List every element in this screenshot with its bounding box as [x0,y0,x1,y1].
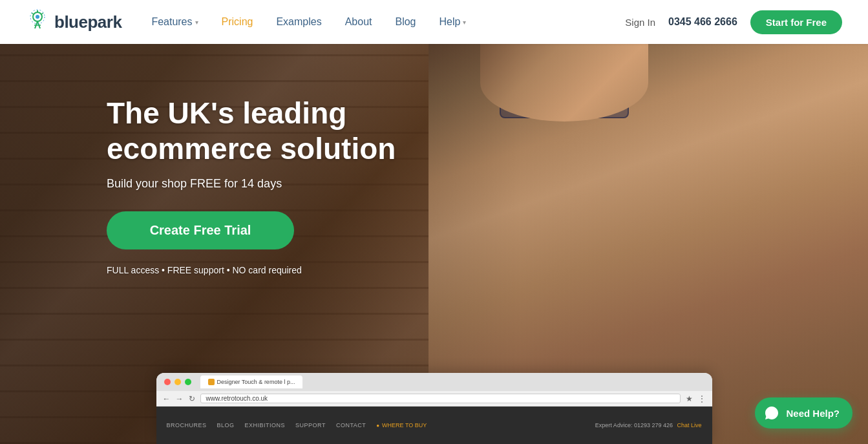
svg-point-4 [36,15,39,19]
chat-widget[interactable]: Need Help? [755,397,852,428]
nav-right: Sign In 0345 466 2666 Start for Free [625,10,842,34]
hero-features: FULL access • FREE support • NO card req… [107,265,868,275]
site-nav-support: SUPPORT [295,422,326,428]
browser-star-button[interactable]: ★ [686,394,693,403]
browser-titlebar: Designer Touch & remote l p... [156,373,712,391]
site-expert-info: Expert Advice: 01293 279 426 Chat Live [595,422,702,428]
nav-help[interactable]: Help ▾ [430,11,476,33]
browser-minimize-dot [175,379,181,385]
site-chat-live: Chat Live [677,422,701,428]
browser-addressbar: ← → ↻ www.retrotouch.co.uk ★ ⋮ [156,391,712,407]
chat-label: Need Help? [786,408,840,419]
create-trial-button[interactable]: Create Free Trial [107,211,294,249]
chat-icon [764,405,779,421]
nav-features[interactable]: Features ▾ [142,11,207,33]
help-chevron-icon: ▾ [463,19,466,26]
site-nav-blog: BLOG [217,422,235,428]
svg-line-3 [41,13,43,14]
browser-tab[interactable]: Designer Touch & remote l p... [200,375,303,388]
site-nav-exhibitions: EXHIBITIONS [245,422,286,428]
browser-url-bar[interactable]: www.retrotouch.co.uk [200,394,681,403]
nav-examples[interactable]: Examples [267,11,330,33]
browser-maximize-dot [185,379,191,385]
nav-about[interactable]: About [336,11,381,33]
site-nav-contact: CONTACT [336,422,366,428]
site-nav: BROCHURES BLOG EXHIBITIONS SUPPORT CONTA… [167,422,427,428]
navbar: bluepark Features ▾ Pricing Examples Abo… [0,0,868,44]
tab-favicon [208,379,215,385]
phone-number: 0345 466 2666 [668,16,737,28]
nav-pricing[interactable]: Pricing [213,11,262,33]
nav-links: Features ▾ Pricing Examples About Blog H… [142,11,625,33]
hero-subtitle: Build your shop FREE for 14 days [107,177,868,191]
site-nav-wheretobuy: ● WHERE TO BUY [376,422,427,428]
nav-blog[interactable]: Blog [386,11,425,33]
hero-title: The UK's leading ecommerce solution [107,96,417,167]
svg-line-2 [32,13,34,14]
sign-in-link[interactable]: Sign In [625,17,655,28]
logo-icon [26,9,49,35]
browser-close-dot [164,379,171,385]
features-chevron-icon: ▾ [195,19,198,26]
browser-preview: Designer Touch & remote l p... ← → ↻ www… [156,373,712,444]
browser-content: BROCHURES BLOG EXHIBITIONS SUPPORT CONTA… [156,407,712,444]
browser-forward-button[interactable]: → [176,394,184,403]
browser-refresh-button[interactable]: ↻ [189,394,195,403]
brand-name: bluepark [54,12,122,32]
site-nav-brochures: BROCHURES [167,422,207,428]
logo[interactable]: bluepark [26,9,122,35]
browser-back-button[interactable]: ← [163,394,171,403]
tab-label: Designer Touch & remote l p... [217,379,295,385]
start-free-button[interactable]: Start for Free [750,10,842,34]
hero-section: The UK's leading ecommerce solution Buil… [0,44,868,444]
browser-menu-button[interactable]: ⋮ [698,394,706,403]
